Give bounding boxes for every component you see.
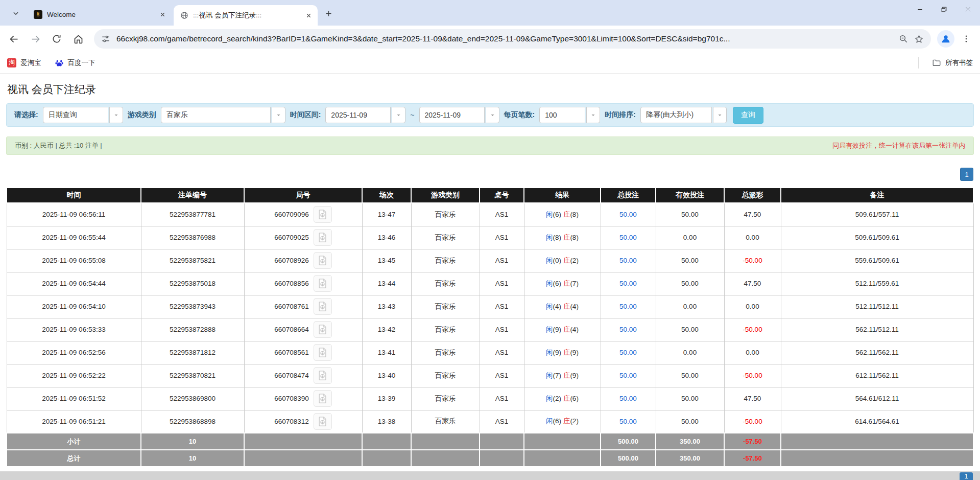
caret-down-icon[interactable] [713,107,727,123]
zoom-out-icon[interactable] [899,34,908,43]
three-dot-menu-icon [962,34,971,43]
bookmark-label: 百度一下 [68,58,95,67]
cell-result: 闲(6) 庄(7) [524,272,601,295]
profile-button[interactable] [937,30,954,48]
tab-betrecord[interactable]: :::视讯 会员下注纪录::: [174,5,318,26]
header-game: 游戏类别 [411,188,480,203]
tab-close-icon[interactable] [157,9,168,19]
cell-payout: 0.00 [724,226,781,249]
cell-bet-id: 522953870821 [141,364,244,387]
video-replay-button[interactable] [314,344,332,361]
date-end-picker[interactable]: 2025-11-09 [419,107,499,123]
restore-button[interactable] [932,0,956,18]
total-bet-link[interactable]: 50.00 [619,418,637,425]
video-replay-button[interactable] [314,321,332,338]
caret-down-icon[interactable] [486,107,499,123]
cell-game: 百家乐 [411,341,480,364]
cell-round: 660708390 [244,387,362,410]
cell-round: 660708561 [244,341,362,364]
minimize-button[interactable] [908,0,932,18]
search-button[interactable]: 查询 [733,107,763,124]
tab-welcome[interactable]: § Welcome [28,6,172,23]
header-time: 时间 [7,188,141,203]
cell-payout: -50.00 [724,364,781,387]
cell-total-bet: 50.00 [601,364,656,387]
forward-arrow-icon [30,34,41,44]
subtotal-row: 小计 10 500.00 350.00 -57.50 [7,433,973,450]
cell-total-bet: 50.00 [601,410,656,433]
total-bet-link[interactable]: 50.00 [619,211,637,218]
cell-session: 13-45 [362,249,411,272]
cell-session: 13-38 [362,410,411,433]
cell-round: 660708856 [244,272,362,295]
page-size-select[interactable]: 100 [539,107,600,123]
cell-valid-bet: 0.00 [656,226,724,249]
close-window-button[interactable] [956,0,980,18]
reload-icon [52,34,62,44]
video-replay-button[interactable] [314,252,332,269]
video-replay-button[interactable] [314,413,332,430]
tab-search-button[interactable] [8,6,23,21]
cell-session: 13-40 [362,364,411,387]
video-replay-button[interactable] [314,390,332,407]
total-bet-link[interactable]: 50.00 [619,234,637,241]
all-bookmarks-button[interactable]: 所有书签 [932,58,973,67]
total-bet-link[interactable]: 50.00 [619,326,637,333]
cell-round: 660708761 [244,295,362,318]
header-session: 场次 [362,188,411,203]
video-replay-button[interactable] [314,229,332,246]
header-table: 桌号 [480,188,524,203]
cell-game: 百家乐 [411,410,480,433]
game-type-label: 游戏类别 [128,110,156,120]
browser-menu-button[interactable] [957,29,976,49]
total-bet-link[interactable]: 50.00 [619,349,637,356]
home-button[interactable] [68,29,88,49]
bookmark-taobao[interactable]: 淘 爱淘宝 [7,58,41,67]
total-bet-link[interactable]: 50.00 [619,303,637,310]
video-replay-button[interactable] [314,275,332,292]
bookmarks-divider [918,57,919,68]
caret-down-icon[interactable] [272,107,285,123]
video-replay-button[interactable] [314,206,332,223]
bookmark-star-icon[interactable] [914,34,924,44]
cell-session: 13-46 [362,226,411,249]
caret-down-icon[interactable] [109,107,123,123]
pagination: 1 [6,168,973,181]
profile-avatar-icon [940,33,951,44]
query-type-select[interactable]: 日期查询 [43,107,123,123]
site-settings-icon[interactable] [101,34,110,43]
total-payout: -57.50 [724,450,781,467]
total-bet-link[interactable]: 50.00 [619,372,637,379]
cell-table: AS1 [480,364,524,387]
sort-order-select[interactable]: 降幂(由大到小) [640,107,727,123]
caret-down-icon[interactable] [392,107,405,123]
address-bar[interactable]: 66cxkj98.com/game/betrecord_search/kind3… [94,29,931,49]
url-text[interactable]: 66cxkj98.com/game/betrecord_search/kind3… [116,34,893,43]
date-start-picker[interactable]: 2025-11-09 [325,107,405,123]
cell-valid-bet: 0.00 [656,341,724,364]
new-tab-button[interactable] [321,6,336,21]
total-bet-link[interactable]: 50.00 [619,395,637,402]
tab-close-icon[interactable] [303,10,314,20]
cell-payout: -50.00 [724,249,781,272]
total-bet-link[interactable]: 50.00 [619,280,637,287]
page-1-button[interactable]: 1 [960,168,973,181]
game-type-select[interactable]: 百家乐 [161,107,285,123]
reload-button[interactable] [47,29,66,49]
video-replay-button[interactable] [314,298,332,315]
cell-payout: 0.00 [724,341,781,364]
video-replay-button[interactable] [314,367,332,384]
total-valid-bet: 350.00 [656,450,724,467]
bottom-page-1-button[interactable]: 1 [960,472,973,480]
cell-table: AS1 [480,272,524,295]
back-button[interactable] [4,29,23,49]
baidu-paw-icon [55,58,64,67]
currency-summary-text: 币别 : 人民币 | 总共 :10 注单 | [15,141,102,150]
forward-button[interactable] [26,29,45,49]
cell-remark: 564.61/612.11 [781,387,973,410]
total-bet-link[interactable]: 50.00 [619,257,637,264]
caret-down-icon[interactable] [586,107,600,123]
table-row: 2025-11-09 06:55:08522953875821660708926… [7,249,973,272]
cell-time: 2025-11-09 06:55:44 [7,226,141,249]
bookmark-baidu[interactable]: 百度一下 [55,58,95,67]
